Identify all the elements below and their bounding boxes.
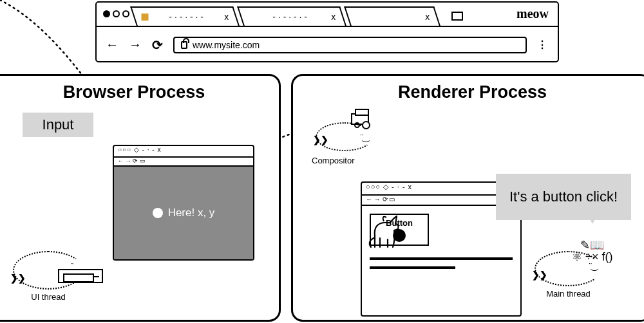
forward-button[interactable]: → — [129, 37, 142, 52]
thread-label: Main thread — [535, 289, 602, 299]
tab-title: - · - · - · - — [169, 12, 204, 22]
main-thread: ¨ ͜ ❯❯ ✎📖 ⚛ ÷× f() Main thread — [535, 251, 602, 299]
tab-title: - · - · - · - — [272, 12, 307, 22]
callout-text: It's a button click! — [509, 188, 618, 206]
compositor-thread: ¨ ͜ ❯❯ Compositor — [316, 122, 374, 151]
url-text: www.mysite.com — [193, 40, 260, 50]
horse-icon — [362, 210, 407, 255]
window-dot-icon — [103, 10, 110, 17]
favicon-icon — [141, 14, 148, 21]
chevron-right-icon: ❯❯ — [532, 270, 547, 280]
thread-loop-icon: ¨ ͜ ❯❯ — [316, 122, 374, 151]
ui-thread: ¨ ͜ ❯❯ UI thread — [13, 251, 84, 302]
tab-close-icon[interactable]: x — [331, 12, 336, 22]
viewport-hit-area: Here! x, y — [114, 167, 253, 259]
pane-title: Browser Process — [0, 82, 279, 102]
hit-point-label: Here! x, y — [168, 207, 215, 219]
mini-toolbar: ← → ⟳ ▭ — [114, 158, 253, 167]
input-label: Input — [23, 113, 93, 137]
tab-inactive[interactable]: - · - · - · - x — [237, 6, 346, 26]
face-icon: ¨ ͜ — [361, 133, 366, 142]
mini-tab-strip: ○○○ ◇ - · - x — [114, 146, 253, 158]
new-tab-icon[interactable] — [451, 12, 463, 21]
tab-strip: - · - · - · - x - · - · - · - x x — [97, 3, 558, 27]
tab-active[interactable]: - · - · - · - x — [130, 6, 240, 26]
tab-close-icon[interactable]: x — [425, 12, 430, 22]
chevron-right-icon: ❯❯ — [10, 273, 26, 283]
chevron-right-icon: ❯❯ — [313, 134, 328, 145]
tools-icon: ✎📖 ⚛ ÷× f() — [572, 239, 612, 263]
cart-icon — [351, 113, 369, 125]
machine-icon — [58, 269, 103, 283]
menu-icon[interactable]: ⋮ — [537, 39, 549, 51]
mini-browser: ○○○ ◇ - · - x ← → ⟳ ▭ Here! x, y — [113, 145, 254, 261]
reload-button[interactable]: ⟳ — [152, 37, 163, 53]
browser-window: meow - · - · - · - x - · - · - · - x x ←… — [95, 1, 559, 62]
back-button[interactable]: ← — [106, 37, 118, 52]
lock-icon — [181, 41, 187, 49]
thread-label: Compositor — [312, 156, 354, 165]
hit-point-icon — [153, 208, 163, 218]
window-dot-icon — [113, 10, 120, 17]
toolbar: ← → ⟳ www.mysite.com ⋮ — [97, 27, 558, 62]
pane-title: Renderer Process — [293, 82, 644, 102]
window-dot-icon — [122, 10, 129, 17]
thread-label: UI thread — [13, 292, 84, 302]
address-bar[interactable]: www.mysite.com — [173, 37, 527, 53]
text-lines-icon — [370, 257, 513, 269]
tab-inactive[interactable]: x — [344, 6, 440, 26]
tab-close-icon[interactable]: x — [224, 12, 229, 22]
speech-bubble: It's a button click! — [496, 174, 631, 220]
window-controls[interactable] — [103, 1, 129, 26]
